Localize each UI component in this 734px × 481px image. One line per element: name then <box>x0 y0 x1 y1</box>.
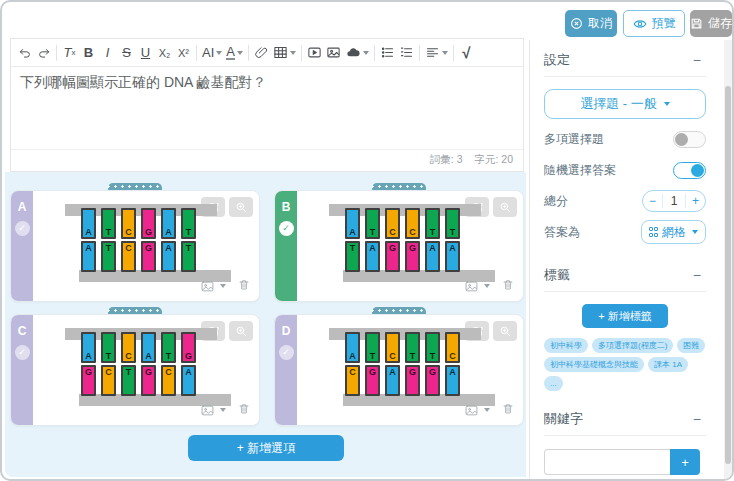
collapse-button[interactable]: − <box>690 267 704 283</box>
answer-layout-dropdown[interactable]: 網格 <box>641 220 707 244</box>
tag-pill[interactable]: 初中科學 <box>544 338 588 353</box>
table-menu-button[interactable] <box>271 42 298 64</box>
toolbar-divider <box>56 45 57 61</box>
sidebar-scrollbar[interactable] <box>724 40 732 479</box>
tag-list: 初中科學多項選擇題(程度二)困難初中科學基礎概念與技能課本 1A... <box>544 338 706 391</box>
bold-button[interactable]: B <box>79 42 98 64</box>
tag-pill[interactable]: 多項選擇題(程度二) <box>592 338 673 353</box>
delete-option-button[interactable] <box>502 277 514 295</box>
cloud-upload-menu-button[interactable] <box>343 42 371 64</box>
dna-base-a: A <box>345 208 360 239</box>
dna-diagram: ATCATGGCTGCA <box>65 328 235 406</box>
labels-section-header: 標籤 − <box>544 257 706 292</box>
clear-formatting-button[interactable]: Tx <box>60 42 79 64</box>
option-image-button[interactable] <box>200 404 226 417</box>
toolbar-divider <box>453 45 454 61</box>
tag-pill[interactable]: ... <box>544 376 563 391</box>
dna-base-g: G <box>385 241 400 272</box>
dna-base-t: T <box>161 332 176 363</box>
formula-button[interactable]: √ <box>457 42 476 64</box>
chevron-down-icon <box>363 51 369 55</box>
correct-answer-check-icon[interactable]: ✓ <box>279 221 294 236</box>
save-icon <box>690 17 703 30</box>
video-embed-icon[interactable] <box>305 42 324 64</box>
chevron-down-icon <box>484 284 490 288</box>
dna-base-c: C <box>161 365 176 396</box>
dna-base-t: T <box>365 332 380 363</box>
dna-base-c: C <box>385 208 400 239</box>
image-icon <box>464 404 479 417</box>
dna-diagram: ATCCTTTAGGAA <box>329 204 499 282</box>
option-letter: C <box>11 324 33 338</box>
text-color-button[interactable]: A <box>224 42 245 64</box>
preview-button[interactable]: 預覽 <box>623 10 685 37</box>
trash-icon <box>238 278 250 291</box>
dna-base-g: G <box>405 365 420 396</box>
correct-answer-check-icon[interactable]: ✓ <box>15 221 30 236</box>
dna-base-a: A <box>81 241 96 272</box>
ai-menu-button[interactable]: AI <box>200 42 224 64</box>
question-type-dropdown[interactable]: 選擇題 - 一般 <box>544 89 706 119</box>
collapse-button[interactable]: − <box>690 411 704 427</box>
save-button[interactable]: 儲存 <box>690 10 732 37</box>
x-circle-icon <box>570 17 583 30</box>
redo-icon[interactable] <box>34 42 53 64</box>
dna-base-c: C <box>121 241 136 272</box>
superscript-button[interactable]: X² <box>174 42 193 64</box>
dna-base-g: G <box>141 241 156 272</box>
dna-base-a: A <box>161 241 176 272</box>
correct-answer-check-icon[interactable]: ✓ <box>279 345 294 360</box>
bullet-list-icon[interactable] <box>378 42 397 64</box>
delete-option-button[interactable] <box>238 401 250 419</box>
numbered-list-icon[interactable] <box>397 42 416 64</box>
keywords-section-header: 關鍵字 − <box>544 401 706 436</box>
dna-base-t: T <box>181 241 196 272</box>
tag-pill[interactable]: 初中科學基礎概念與技能 <box>544 357 644 372</box>
grid-icon <box>649 227 659 237</box>
editor-toolbar: Tx B I S U X₂ X² AI A √ <box>11 39 523 67</box>
delete-option-button[interactable] <box>502 401 514 419</box>
image-icon[interactable] <box>324 42 343 64</box>
delete-option-button[interactable] <box>238 277 250 295</box>
chevron-down-icon <box>216 51 222 55</box>
tag-pill[interactable]: 課本 1A <box>648 357 688 372</box>
scrollbar-thumb[interactable] <box>725 86 731 464</box>
add-keyword-button[interactable]: + <box>670 449 700 475</box>
magnifier-plus-icon <box>499 201 512 214</box>
align-menu-button[interactable] <box>423 42 450 64</box>
link-icon[interactable] <box>252 42 271 64</box>
add-option-button[interactable]: + 新增選項 <box>188 435 344 461</box>
question-editor: Tx B I S U X₂ X² AI A √ 下列哪幅圖顯示正確的 DNA <box>10 38 524 172</box>
option-image-button[interactable] <box>464 404 490 417</box>
settings-section-header: 設定 − <box>544 42 706 77</box>
option-card-a: A✓ATCGATATCGAT <box>10 190 260 302</box>
underline-button[interactable]: U <box>136 42 155 64</box>
score-increment-button[interactable]: + <box>686 194 705 208</box>
dna-base-a: A <box>365 241 380 272</box>
save-label: 儲存 <box>708 15 732 32</box>
undo-icon[interactable] <box>15 42 34 64</box>
dna-base-t: T <box>101 332 116 363</box>
option-image-button[interactable] <box>464 280 490 293</box>
add-label-button[interactable]: + 新增標籤 <box>582 304 668 328</box>
dna-base-t: T <box>445 208 460 239</box>
collapse-button[interactable]: − <box>690 52 704 68</box>
dna-base-g: G <box>405 241 420 272</box>
subscript-button[interactable]: X₂ <box>155 42 174 64</box>
multiple-answer-toggle[interactable] <box>673 131 706 148</box>
score-value: 1 <box>662 194 686 208</box>
strikethrough-button[interactable]: S <box>117 42 136 64</box>
correct-answer-check-icon[interactable]: ✓ <box>15 345 30 360</box>
image-icon <box>464 280 479 293</box>
dna-base-t: T <box>345 241 360 272</box>
cancel-button[interactable]: 取消 <box>565 10 617 37</box>
randomize-toggle[interactable] <box>673 162 706 179</box>
option-image-button[interactable] <box>200 280 226 293</box>
score-decrement-button[interactable]: − <box>643 194 662 208</box>
word-count: 詞彙: 3 <box>430 153 463 167</box>
dna-base-g: G <box>365 365 380 396</box>
tag-pill[interactable]: 困難 <box>677 338 705 353</box>
keyword-input[interactable] <box>544 449 670 475</box>
question-text[interactable]: 下列哪幅圖顯示正確的 DNA 鹼基配對？ <box>11 67 523 149</box>
italic-button[interactable]: I <box>98 42 117 64</box>
